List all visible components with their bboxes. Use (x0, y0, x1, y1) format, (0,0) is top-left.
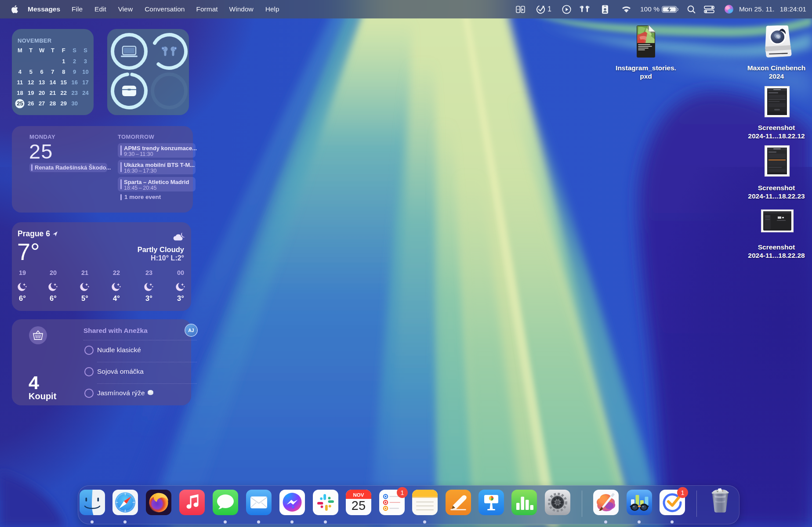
svg-text:25: 25 (352, 498, 366, 513)
svg-text:NOV: NOV (353, 492, 364, 498)
